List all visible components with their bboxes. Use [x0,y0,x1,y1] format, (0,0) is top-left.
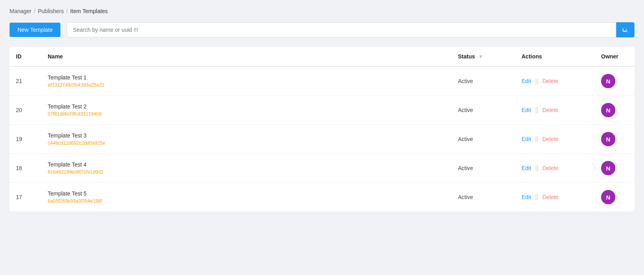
table-row: 20 Template Test 2 07f81d86cf3fc43311940… [10,96,634,125]
delete-button[interactable]: Delete [542,78,558,84]
delete-button[interactable]: Delete [542,136,558,142]
avatar: N [601,74,615,88]
col-header-status: Status ▼ [452,47,515,66]
action-separator: || [535,165,538,172]
cell-name: Template Test 4 616462199e08f71f41d9d2 [41,154,452,183]
status-label: Status [458,53,475,60]
table-row: 21 Template Test 1 ef3332749c5b4393a25a3… [10,66,634,96]
cell-owner: N [595,96,634,125]
cell-name: Template Test 3 c448cd11d692c2dd0a925e [41,125,452,154]
cell-id: 21 [10,66,41,96]
template-uuid: ef3332749c5b4393a25a31 [48,82,445,88]
cell-actions: Edit || Delete [515,125,595,154]
cell-actions: Edit || Delete [515,96,595,125]
edit-button[interactable]: Edit [522,107,531,113]
breadcrumb: Manager / Publishers / Item Templates [10,8,634,14]
template-uuid: 616462199e08f71f41d9d2 [48,169,445,175]
cell-actions: Edit || Delete [515,66,595,96]
breadcrumb-publishers[interactable]: Publishers [38,8,64,14]
toolbar: New Template [10,22,634,37]
data-table: ID Name Status ▼ Actions Owner 21 Templa… [10,47,634,211]
cell-name: Template Test 5 8a05f269e93a3f354e198f [41,183,452,212]
avatar: N [601,132,615,146]
action-separator: || [535,136,538,143]
cell-id: 18 [10,154,41,183]
cell-actions: Edit || Delete [515,154,595,183]
edit-button[interactable]: Edit [522,136,531,142]
cell-status: Active [452,96,515,125]
action-separator: || [535,194,538,201]
breadcrumb-sep-2: / [66,8,68,14]
cell-id: 17 [10,183,41,212]
col-header-actions: Actions [515,47,595,66]
cell-owner: N [595,183,634,212]
avatar: N [601,103,615,117]
cell-owner: N [595,125,634,154]
template-name: Template Test 2 [48,103,445,110]
search-icon [622,27,628,33]
cell-status: Active [452,183,515,212]
col-header-name: Name [41,47,452,66]
delete-button[interactable]: Delete [542,165,558,171]
action-separator: || [535,77,538,85]
filter-icon[interactable]: ▼ [478,54,483,60]
edit-button[interactable]: Edit [522,194,531,200]
avatar: N [601,161,615,175]
table-row: 18 Template Test 4 616462199e08f71f41d9d… [10,154,634,183]
col-header-id: ID [10,47,41,66]
cell-actions: Edit || Delete [515,183,595,212]
search-button[interactable] [616,22,634,37]
template-uuid: c448cd11d692c2dd0a925e [48,140,445,146]
cell-owner: N [595,154,634,183]
template-name: Template Test 3 [48,132,445,139]
table-row: 17 Template Test 5 8a05f269e93a3f354e198… [10,183,634,212]
action-separator: || [535,107,538,114]
avatar: N [601,190,615,204]
search-wrapper [67,22,634,37]
page-wrapper: Manager / Publishers / Item Templates Ne… [0,0,644,275]
template-uuid: 8a05f269e93a3f354e198f [48,198,445,204]
delete-button[interactable]: Delete [542,194,558,200]
edit-button[interactable]: Edit [522,165,531,171]
breadcrumb-item-templates: Item Templates [70,8,108,14]
cell-status: Active [452,125,515,154]
template-uuid: 07f81d86cf3fc433119409 [48,111,445,117]
cell-id: 20 [10,96,41,125]
search-input[interactable] [67,22,616,37]
cell-owner: N [595,66,634,96]
table-row: 19 Template Test 3 c448cd11d692c2dd0a925… [10,125,634,154]
cell-name: Template Test 2 07f81d86cf3fc433119409 [41,96,452,125]
col-header-owner: Owner [595,47,634,66]
template-name: Template Test 1 [48,74,445,81]
cell-status: Active [452,154,515,183]
delete-button[interactable]: Delete [542,107,558,113]
breadcrumb-sep-1: / [34,8,35,14]
breadcrumb-manager[interactable]: Manager [10,8,31,14]
edit-button[interactable]: Edit [522,78,531,84]
template-name: Template Test 4 [48,161,445,168]
cell-name: Template Test 1 ef3332749c5b4393a25a31 [41,66,452,96]
new-template-button[interactable]: New Template [10,23,60,37]
cell-status: Active [452,66,515,96]
table-container: ID Name Status ▼ Actions Owner 21 Templa… [10,47,634,211]
template-name: Template Test 5 [48,190,445,197]
cell-id: 19 [10,125,41,154]
table-header-row: ID Name Status ▼ Actions Owner [10,47,634,66]
